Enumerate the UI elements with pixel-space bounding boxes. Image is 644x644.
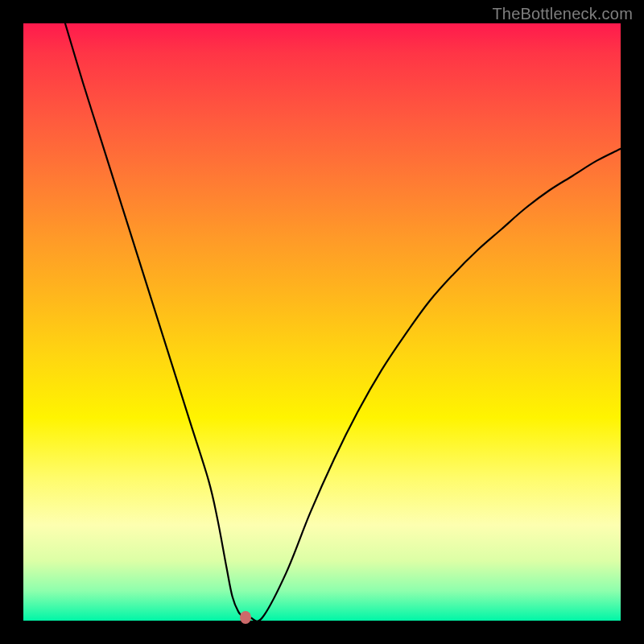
bottleneck-curve — [23, 23, 621, 621]
chart-plot-area — [23, 23, 621, 621]
optimal-point-marker — [240, 611, 251, 624]
watermark-text: TheBottleneck.com — [492, 5, 633, 23]
chart-frame: TheBottleneck.com — [0, 0, 644, 644]
